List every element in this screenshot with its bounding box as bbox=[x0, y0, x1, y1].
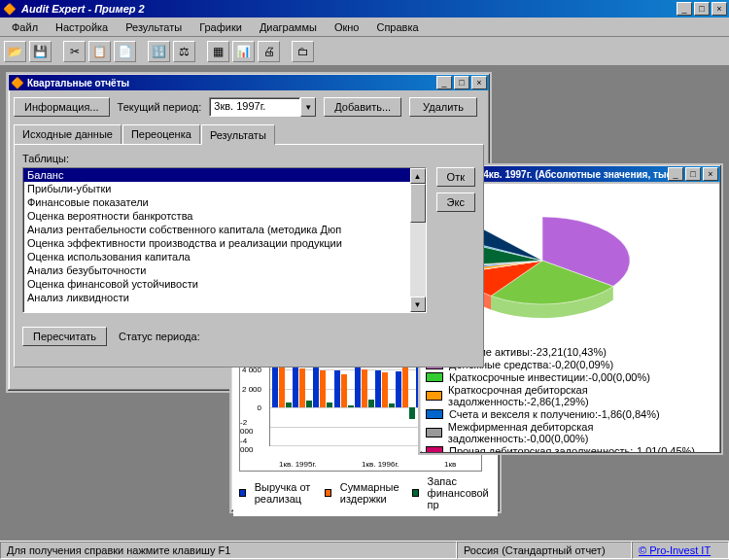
tool-calc-icon[interactable]: 🔢 bbox=[148, 41, 170, 62]
bar bbox=[389, 403, 395, 407]
y-tick-label: 2 000 bbox=[242, 384, 261, 393]
tool-print-icon[interactable]: 🖨 bbox=[258, 41, 280, 62]
legend-swatch bbox=[239, 489, 246, 497]
list-item[interactable]: Анализ ликвидности bbox=[23, 291, 426, 304]
tabs: Исходные данные Переоценка Результаты bbox=[14, 124, 484, 144]
list-item[interactable]: Анализ рентабельности собственного капит… bbox=[23, 223, 426, 236]
x-axis-label: 1кв bbox=[444, 460, 456, 469]
tab-source-data[interactable]: Исходные данные bbox=[14, 124, 122, 144]
tool-paste-icon[interactable]: 📄 bbox=[114, 41, 136, 62]
legend-item: Краткосрочная дебиторская задолженность:… bbox=[426, 384, 715, 407]
menu-file[interactable]: Файл bbox=[4, 19, 46, 35]
list-item[interactable]: Финансовые показатели bbox=[23, 195, 426, 209]
chevron-down-icon[interactable]: ▼ bbox=[300, 97, 316, 117]
tool-chart-icon[interactable]: 📊 bbox=[232, 41, 255, 62]
list-item[interactable]: Баланс bbox=[23, 168, 426, 182]
pie-minimize-button[interactable]: _ bbox=[668, 167, 683, 181]
toolbar: 📂 💾 ✂ 📋 📄 🔢 ⚖ ▦ 📊 🖨 🗀 bbox=[0, 37, 729, 66]
list-item[interactable]: Прибыли-убытки bbox=[23, 182, 426, 195]
report-maximize-button[interactable]: □ bbox=[454, 76, 469, 89]
bar bbox=[348, 405, 354, 407]
period-value[interactable]: 3кв. 1997г. bbox=[209, 97, 300, 117]
x-axis-label: 1кв. 1996г. bbox=[362, 460, 399, 469]
pie-maximize-button[interactable]: □ bbox=[685, 167, 701, 181]
x-axis-label: 1кв. 1995г. bbox=[279, 460, 317, 469]
legend-swatch bbox=[426, 409, 443, 419]
bar bbox=[306, 401, 312, 407]
app-title: Audit Expert - Пример 2 bbox=[21, 3, 677, 15]
tool-cut-icon[interactable]: ✂ bbox=[63, 41, 86, 62]
period-combo[interactable]: 3кв. 1997г. ▼ bbox=[209, 97, 316, 117]
add-button[interactable]: Добавить... bbox=[324, 97, 401, 117]
bar bbox=[334, 370, 340, 407]
info-button[interactable]: Информация... bbox=[14, 97, 110, 117]
app-icon: 🔶 bbox=[2, 1, 17, 17]
bar bbox=[320, 370, 326, 407]
report-icon: 🔶 bbox=[11, 76, 24, 89]
tool-balance-icon[interactable]: ⚖ bbox=[173, 41, 195, 62]
menubar: Файл Настройка Результаты Графики Диагра… bbox=[0, 18, 729, 37]
bar bbox=[279, 366, 285, 407]
tool-open-icon[interactable]: 📂 bbox=[4, 41, 26, 62]
menu-window[interactable]: Окно bbox=[327, 19, 367, 35]
tool-folder-icon[interactable]: 🗀 bbox=[292, 41, 314, 62]
report-minimize-button[interactable]: _ bbox=[436, 76, 452, 89]
legend-label: Краткосрочная дебиторская задолженность:… bbox=[448, 384, 715, 407]
scroll-thumb[interactable] bbox=[410, 184, 426, 223]
list-item[interactable]: Оценка эффективности производства и реал… bbox=[23, 236, 426, 250]
menu-help[interactable]: Справка bbox=[368, 19, 426, 35]
report-titlebar[interactable]: 🔶 Квартальные отчёты _ □ × bbox=[9, 75, 489, 90]
report-title: Квартальные отчёты bbox=[27, 78, 436, 88]
bar bbox=[409, 407, 415, 419]
legend-label: Межфирменная дебиторская задолженность:-… bbox=[448, 421, 715, 444]
list-scrollbar[interactable]: ▲ ▼ bbox=[410, 168, 426, 312]
list-item[interactable]: Оценка финансовой устойчивости bbox=[23, 277, 426, 291]
maximize-button[interactable]: □ bbox=[694, 2, 710, 16]
pie-close-button[interactable]: × bbox=[703, 167, 718, 181]
legend-item: Краткосрочные инвестиции:-0,00(0,00%) bbox=[426, 371, 715, 383]
legend-swatch bbox=[426, 391, 442, 401]
menu-settings[interactable]: Настройка bbox=[48, 19, 116, 35]
status-link[interactable]: © Pro-Invest IT bbox=[639, 544, 711, 556]
bar bbox=[402, 365, 408, 407]
scroll-down-icon[interactable]: ▼ bbox=[410, 297, 426, 312]
legend-swatch bbox=[426, 446, 443, 452]
bar bbox=[299, 368, 305, 407]
legend-item: Прочая дебиторская задолженность:-1,01(0… bbox=[426, 445, 715, 452]
menu-charts[interactable]: Графики bbox=[191, 19, 250, 35]
menu-diagrams[interactable]: Диаграммы bbox=[252, 19, 325, 35]
legend-label: Прочая дебиторская задолженность:-1,01(0… bbox=[449, 445, 695, 452]
list-item[interactable]: Оценка вероятности банкротства bbox=[23, 209, 426, 223]
bar bbox=[341, 374, 347, 407]
bar bbox=[327, 402, 332, 407]
tab-results[interactable]: Результаты bbox=[201, 124, 275, 145]
tool-table-icon[interactable]: ▦ bbox=[207, 41, 229, 62]
tab-revaluation[interactable]: Переоценка bbox=[122, 124, 200, 144]
scroll-up-icon[interactable]: ▲ bbox=[410, 168, 426, 184]
open-button[interactable]: Отк bbox=[436, 167, 475, 187]
legend-label: Счета и векселя к получению:-1,86(0,84%) bbox=[449, 408, 660, 420]
legend-label: Краткосрочные инвестиции:-0,00(0,00%) bbox=[449, 371, 650, 383]
status-help: Для получения справки нажмите клавишу F1 bbox=[0, 542, 457, 559]
legend-item: Межфирменная дебиторская задолженность:-… bbox=[426, 421, 715, 444]
mdi-area: 🔶 Квартальные отчёты _ □ × Информация...… bbox=[0, 66, 729, 541]
tool-copy-icon[interactable]: 📋 bbox=[88, 41, 111, 62]
tables-listbox[interactable]: Баланс Прибыли-убытки Финансовые показат… bbox=[22, 167, 427, 313]
app-titlebar: 🔶 Audit Expert - Пример 2 _ □ × bbox=[0, 0, 729, 18]
list-item[interactable]: Оценка использования капитала bbox=[23, 250, 426, 263]
menu-results[interactable]: Результаты bbox=[118, 19, 190, 35]
recalc-button[interactable]: Пересчитать bbox=[22, 327, 107, 346]
export-button[interactable]: Экс bbox=[436, 192, 475, 212]
list-item[interactable]: Анализ безубыточности bbox=[23, 263, 426, 277]
status-period-label: Статус периода: bbox=[119, 331, 200, 342]
minimize-button[interactable]: _ bbox=[677, 2, 692, 16]
bar-chart-legend: Выручка от реализац Суммарные издержки З… bbox=[239, 475, 492, 510]
bar bbox=[286, 402, 292, 407]
delete-button[interactable]: Удалить bbox=[409, 97, 477, 117]
period-label: Текущий период: bbox=[118, 101, 202, 113]
report-close-button[interactable]: × bbox=[471, 76, 487, 89]
tool-save-icon[interactable]: 💾 bbox=[29, 41, 52, 62]
y-tick-label: -4 000 bbox=[240, 437, 261, 454]
close-button[interactable]: × bbox=[712, 2, 727, 16]
statusbar: Для получения справки нажмите клавишу F1… bbox=[0, 541, 729, 560]
